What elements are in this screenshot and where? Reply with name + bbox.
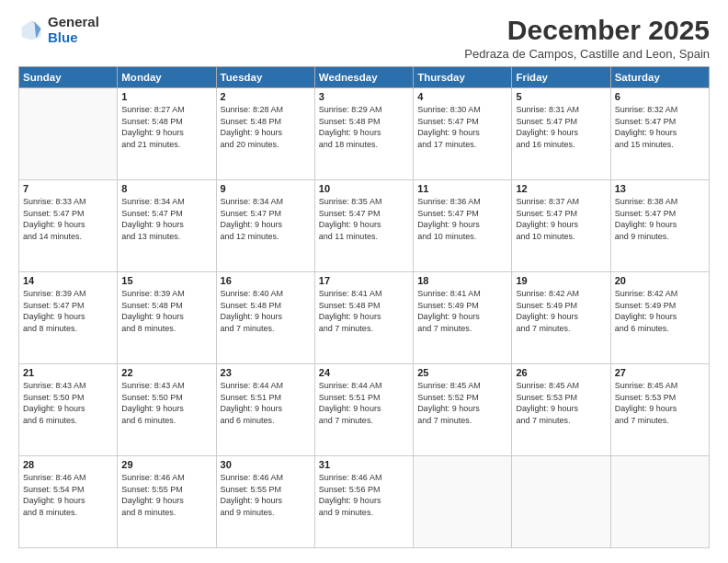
- day-number: 15: [121, 275, 211, 286]
- day-number: 7: [23, 183, 113, 194]
- day-info: Sunrise: 8:38 AM Sunset: 5:47 PM Dayligh…: [615, 196, 705, 242]
- day-info: Sunrise: 8:30 AM Sunset: 5:47 PM Dayligh…: [417, 104, 507, 150]
- calendar-table: Sunday Monday Tuesday Wednesday Thursday…: [18, 66, 710, 548]
- table-row: 13Sunrise: 8:38 AM Sunset: 5:47 PM Dayli…: [610, 180, 709, 272]
- col-monday: Monday: [118, 67, 216, 88]
- table-row: 7Sunrise: 8:33 AM Sunset: 5:47 PM Daylig…: [19, 180, 118, 272]
- calendar-week-row: 14Sunrise: 8:39 AM Sunset: 5:47 PM Dayli…: [19, 272, 710, 364]
- day-info: Sunrise: 8:43 AM Sunset: 5:50 PM Dayligh…: [23, 380, 113, 426]
- day-number: 31: [319, 459, 409, 470]
- day-number: 27: [615, 367, 705, 378]
- table-row: [512, 456, 610, 548]
- day-info: Sunrise: 8:46 AM Sunset: 5:55 PM Dayligh…: [221, 472, 311, 518]
- day-info: Sunrise: 8:45 AM Sunset: 5:53 PM Dayligh…: [516, 380, 606, 426]
- day-info: Sunrise: 8:45 AM Sunset: 5:52 PM Dayligh…: [417, 380, 507, 426]
- day-info: Sunrise: 8:27 AM Sunset: 5:48 PM Dayligh…: [121, 104, 211, 150]
- day-number: 13: [615, 183, 705, 194]
- logo-general: General: [48, 15, 99, 30]
- table-row: 26Sunrise: 8:45 AM Sunset: 5:53 PM Dayli…: [512, 364, 610, 456]
- day-number: 4: [417, 91, 507, 102]
- day-info: Sunrise: 8:33 AM Sunset: 5:47 PM Dayligh…: [23, 196, 113, 242]
- day-number: 22: [121, 367, 211, 378]
- day-number: 6: [615, 91, 705, 102]
- day-number: 3: [319, 91, 409, 102]
- day-number: 12: [516, 183, 606, 194]
- logo-text: General Blue: [48, 15, 99, 45]
- table-row: 17Sunrise: 8:41 AM Sunset: 5:48 PM Dayli…: [314, 272, 413, 364]
- day-number: 14: [23, 275, 113, 286]
- table-row: 18Sunrise: 8:41 AM Sunset: 5:49 PM Dayli…: [414, 272, 512, 364]
- col-sunday: Sunday: [19, 67, 118, 88]
- logo: General Blue: [18, 15, 99, 45]
- day-number: 25: [417, 367, 507, 378]
- table-row: 20Sunrise: 8:42 AM Sunset: 5:49 PM Dayli…: [610, 272, 709, 364]
- day-info: Sunrise: 8:39 AM Sunset: 5:47 PM Dayligh…: [23, 288, 113, 334]
- table-row: 16Sunrise: 8:40 AM Sunset: 5:48 PM Dayli…: [216, 272, 314, 364]
- day-info: Sunrise: 8:46 AM Sunset: 5:55 PM Dayligh…: [121, 472, 211, 518]
- day-info: Sunrise: 8:42 AM Sunset: 5:49 PM Dayligh…: [615, 288, 705, 334]
- day-info: Sunrise: 8:36 AM Sunset: 5:47 PM Dayligh…: [417, 196, 507, 242]
- calendar-week-row: 1Sunrise: 8:27 AM Sunset: 5:48 PM Daylig…: [19, 88, 710, 180]
- title-block: December 2025 Pedraza de Campos, Castill…: [464, 15, 710, 61]
- day-info: Sunrise: 8:39 AM Sunset: 5:48 PM Dayligh…: [121, 288, 211, 334]
- table-row: 12Sunrise: 8:37 AM Sunset: 5:47 PM Dayli…: [512, 180, 610, 272]
- day-info: Sunrise: 8:46 AM Sunset: 5:56 PM Dayligh…: [319, 472, 409, 518]
- table-row: [610, 456, 709, 548]
- table-row: 29Sunrise: 8:46 AM Sunset: 5:55 PM Dayli…: [118, 456, 216, 548]
- day-number: 19: [516, 275, 606, 286]
- day-number: 8: [121, 183, 211, 194]
- day-info: Sunrise: 8:41 AM Sunset: 5:49 PM Dayligh…: [417, 288, 507, 334]
- day-info: Sunrise: 8:43 AM Sunset: 5:50 PM Dayligh…: [121, 380, 211, 426]
- day-info: Sunrise: 8:41 AM Sunset: 5:48 PM Dayligh…: [319, 288, 409, 334]
- day-number: 1: [121, 91, 211, 102]
- day-number: 24: [319, 367, 409, 378]
- day-number: 5: [516, 91, 606, 102]
- table-row: 19Sunrise: 8:42 AM Sunset: 5:49 PM Dayli…: [512, 272, 610, 364]
- table-row: 10Sunrise: 8:35 AM Sunset: 5:47 PM Dayli…: [314, 180, 413, 272]
- table-row: 14Sunrise: 8:39 AM Sunset: 5:47 PM Dayli…: [19, 272, 118, 364]
- day-number: 16: [221, 275, 311, 286]
- col-wednesday: Wednesday: [314, 67, 413, 88]
- day-number: 28: [23, 459, 113, 470]
- calendar-header-row: Sunday Monday Tuesday Wednesday Thursday…: [19, 67, 710, 88]
- col-tuesday: Tuesday: [216, 67, 314, 88]
- table-row: 22Sunrise: 8:43 AM Sunset: 5:50 PM Dayli…: [118, 364, 216, 456]
- col-friday: Friday: [512, 67, 610, 88]
- day-number: 10: [319, 183, 409, 194]
- calendar-week-row: 21Sunrise: 8:43 AM Sunset: 5:50 PM Dayli…: [19, 364, 710, 456]
- page: General Blue December 2025 Pedraza de Ca…: [0, 0, 728, 563]
- table-row: 27Sunrise: 8:45 AM Sunset: 5:53 PM Dayli…: [610, 364, 709, 456]
- day-number: 18: [417, 275, 507, 286]
- table-row: 25Sunrise: 8:45 AM Sunset: 5:52 PM Dayli…: [414, 364, 512, 456]
- logo-blue: Blue: [48, 30, 99, 46]
- table-row: 31Sunrise: 8:46 AM Sunset: 5:56 PM Dayli…: [314, 456, 413, 548]
- col-thursday: Thursday: [414, 67, 512, 88]
- day-info: Sunrise: 8:45 AM Sunset: 5:53 PM Dayligh…: [615, 380, 705, 426]
- table-row: 24Sunrise: 8:44 AM Sunset: 5:51 PM Dayli…: [314, 364, 413, 456]
- table-row: 8Sunrise: 8:34 AM Sunset: 5:47 PM Daylig…: [118, 180, 216, 272]
- col-saturday: Saturday: [610, 67, 709, 88]
- day-info: Sunrise: 8:37 AM Sunset: 5:47 PM Dayligh…: [516, 196, 606, 242]
- day-number: 9: [221, 183, 311, 194]
- table-row: [19, 88, 118, 180]
- day-info: Sunrise: 8:31 AM Sunset: 5:47 PM Dayligh…: [516, 104, 606, 150]
- day-number: 23: [221, 367, 311, 378]
- day-info: Sunrise: 8:35 AM Sunset: 5:47 PM Dayligh…: [319, 196, 409, 242]
- table-row: 2Sunrise: 8:28 AM Sunset: 5:48 PM Daylig…: [216, 88, 314, 180]
- table-row: 28Sunrise: 8:46 AM Sunset: 5:54 PM Dayli…: [19, 456, 118, 548]
- table-row: 6Sunrise: 8:32 AM Sunset: 5:47 PM Daylig…: [610, 88, 709, 180]
- day-info: Sunrise: 8:32 AM Sunset: 5:47 PM Dayligh…: [615, 104, 705, 150]
- day-info: Sunrise: 8:40 AM Sunset: 5:48 PM Dayligh…: [221, 288, 311, 334]
- calendar-week-row: 7Sunrise: 8:33 AM Sunset: 5:47 PM Daylig…: [19, 180, 710, 272]
- day-info: Sunrise: 8:44 AM Sunset: 5:51 PM Dayligh…: [221, 380, 311, 426]
- table-row: 23Sunrise: 8:44 AM Sunset: 5:51 PM Dayli…: [216, 364, 314, 456]
- calendar-week-row: 28Sunrise: 8:46 AM Sunset: 5:54 PM Dayli…: [19, 456, 710, 548]
- day-info: Sunrise: 8:34 AM Sunset: 5:47 PM Dayligh…: [221, 196, 311, 242]
- day-info: Sunrise: 8:29 AM Sunset: 5:48 PM Dayligh…: [319, 104, 409, 150]
- day-number: 30: [221, 459, 311, 470]
- header: General Blue December 2025 Pedraza de Ca…: [18, 15, 710, 61]
- table-row: [414, 456, 512, 548]
- table-row: 1Sunrise: 8:27 AM Sunset: 5:48 PM Daylig…: [118, 88, 216, 180]
- table-row: 15Sunrise: 8:39 AM Sunset: 5:48 PM Dayli…: [118, 272, 216, 364]
- day-info: Sunrise: 8:28 AM Sunset: 5:48 PM Dayligh…: [221, 104, 311, 150]
